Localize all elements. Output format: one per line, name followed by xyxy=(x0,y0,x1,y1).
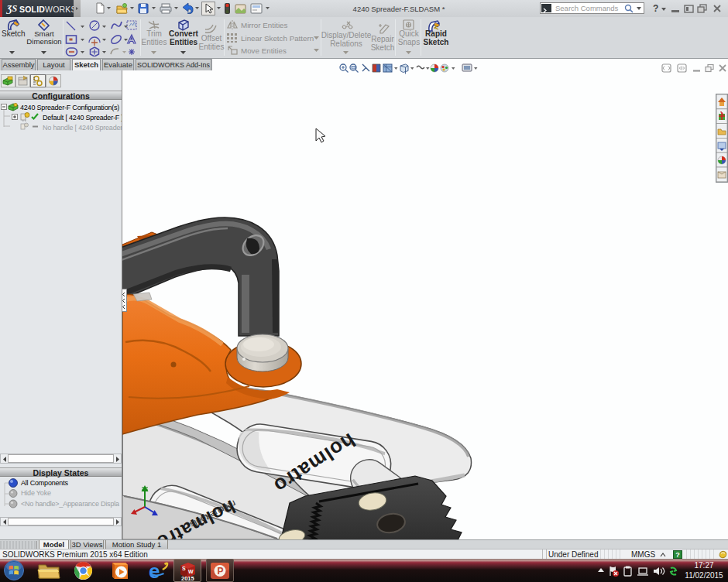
svg-text:e: e xyxy=(149,561,160,581)
svg-text:?: ? xyxy=(653,3,658,14)
svg-text:S: S xyxy=(182,566,186,571)
svg-text:W: W xyxy=(188,569,194,574)
svg-text:P: P xyxy=(218,566,224,577)
svg-text:2015: 2015 xyxy=(181,575,194,581)
